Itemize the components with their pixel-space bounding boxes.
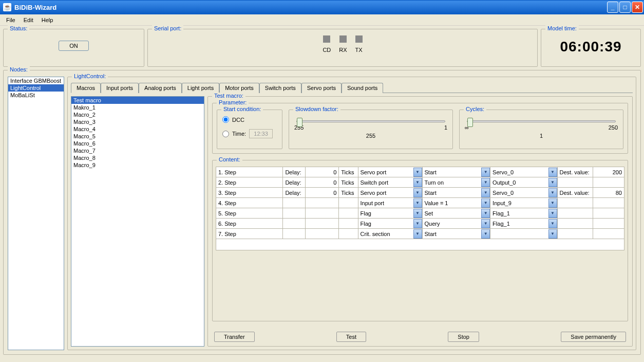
close-button[interactable]: ✕ (632, 2, 643, 13)
radio-dcc[interactable] (222, 116, 229, 123)
slowdown-thumb[interactable] (297, 118, 302, 127)
table-row: 5. StepFlag▼Set▼Flag_1▼ (216, 208, 624, 219)
chevron-down-icon[interactable]: ▼ (413, 198, 422, 208)
tab-analog-ports[interactable]: Analog ports (139, 83, 182, 93)
time-input[interactable] (249, 129, 273, 138)
macro-item[interactable]: Macro_8 (71, 154, 204, 161)
select-cell[interactable]: Switch port▼ (358, 177, 422, 187)
window-title: BiDiB-Wizard (14, 4, 607, 11)
minimize-button[interactable]: _ (607, 2, 618, 13)
select-cell[interactable]: Start▼ (423, 167, 490, 177)
macro-item[interactable]: Macro_2 (71, 111, 204, 118)
select-cell[interactable]: Flag▼ (358, 219, 422, 228)
node-list[interactable]: Interface GBMBoostLightControlMoBaLiSt (8, 77, 64, 350)
tx-led (355, 35, 363, 43)
select-cell[interactable]: Set▼ (423, 208, 490, 218)
chevron-down-icon[interactable]: ▼ (548, 178, 557, 187)
macro-item[interactable]: Makro_1 (71, 104, 204, 111)
select-cell[interactable]: Flag▼ (358, 208, 422, 218)
test-button[interactable]: Test (336, 332, 366, 342)
radio-time[interactable] (222, 131, 229, 137)
select-cell[interactable]: Start▼ (423, 188, 490, 197)
save-button[interactable]: Save permanently (561, 332, 626, 342)
dest-input[interactable] (593, 169, 624, 176)
slowdown-slider[interactable] (296, 120, 445, 122)
node-item[interactable]: Interface GBMBoost (8, 77, 64, 84)
serial-legend: Serial port: (152, 25, 183, 31)
select-cell[interactable]: ▼ (490, 229, 557, 239)
macro-item[interactable]: Macro_6 (71, 140, 204, 147)
detail-legend: Test macro: (212, 93, 245, 99)
chevron-down-icon[interactable]: ▼ (481, 209, 490, 218)
macro-item[interactable]: Macro_3 (71, 118, 204, 125)
tab-motor-ports[interactable]: Motor ports (219, 83, 259, 93)
delay-input[interactable] (306, 169, 338, 176)
macro-item[interactable]: Macro_9 (71, 161, 204, 169)
chevron-down-icon[interactable]: ▼ (413, 188, 422, 197)
stop-button[interactable]: Stop (448, 332, 479, 342)
chevron-down-icon[interactable]: ▼ (548, 188, 557, 197)
node-item[interactable]: MoBaLiSt (8, 92, 64, 99)
chevron-down-icon[interactable]: ▼ (548, 209, 557, 218)
delay-input[interactable] (306, 189, 338, 196)
serial-cd: CD (323, 35, 331, 53)
menu-file[interactable]: File (2, 16, 20, 24)
select-cell[interactable]: Crit. section▼ (358, 229, 422, 239)
maximize-button[interactable]: □ (619, 2, 631, 13)
select-cell[interactable]: Servo_0▼ (490, 188, 557, 197)
chevron-down-icon[interactable]: ▼ (548, 229, 557, 239)
select-cell[interactable]: Value = 1▼ (423, 198, 490, 208)
tab-input-ports[interactable]: Input ports (101, 83, 139, 93)
select-cell[interactable]: Input_9▼ (490, 198, 557, 208)
start-condition-fieldset: Start condition: DCC Time: (217, 110, 282, 149)
chevron-down-icon[interactable]: ▼ (481, 188, 490, 197)
tabs: MacrosInput portsAnalog portsLight ports… (71, 82, 633, 93)
tab-switch-ports[interactable]: Switch ports (259, 83, 301, 93)
tab-macros[interactable]: Macros (71, 83, 101, 93)
tab-sound-ports[interactable]: Sound ports (342, 83, 383, 93)
nodes-legend: Nodes: (8, 66, 30, 73)
select-cell[interactable]: Start▼ (423, 229, 490, 239)
transfer-button[interactable]: Transfer (214, 332, 255, 342)
tab-light-ports[interactable]: Light ports (182, 83, 219, 93)
macro-item[interactable]: Macro_5 (71, 133, 204, 140)
select-cell[interactable]: Flag_1▼ (490, 208, 557, 218)
step-cell: 7. Step (216, 229, 282, 239)
macro-item[interactable]: Test macro (71, 97, 204, 104)
select-cell[interactable]: Flag_1▼ (490, 219, 557, 228)
chevron-down-icon[interactable]: ▼ (413, 209, 422, 218)
chevron-down-icon[interactable]: ▼ (548, 168, 557, 177)
cycles-slider[interactable] (467, 120, 616, 122)
select-cell[interactable]: Servo port▼ (358, 188, 422, 197)
chevron-down-icon[interactable]: ▼ (481, 168, 490, 177)
chevron-down-icon[interactable]: ▼ (413, 219, 422, 228)
table-row: 7. StepCrit. section▼Start▼▼ (216, 229, 624, 239)
node-item[interactable]: LightControl (8, 84, 64, 92)
select-cell[interactable]: Servo_0▼ (490, 167, 557, 177)
chevron-down-icon[interactable]: ▼ (413, 168, 422, 177)
macro-list[interactable]: Test macroMakro_1Macro_2Macro_3Macro_4Ma… (71, 96, 204, 347)
select-cell[interactable]: Input port▼ (358, 198, 422, 208)
dest-input[interactable] (593, 189, 624, 196)
chevron-down-icon[interactable]: ▼ (481, 198, 490, 208)
delay-input[interactable] (306, 179, 338, 186)
tab-servo-ports[interactable]: Servo ports (301, 83, 342, 93)
select-cell[interactable]: Query▼ (423, 219, 490, 228)
select-cell[interactable]: Output_0▼ (490, 177, 557, 187)
select-cell[interactable]: Turn on▼ (423, 177, 490, 187)
cycles-thumb[interactable] (467, 118, 473, 127)
chevron-down-icon[interactable]: ▼ (548, 219, 557, 228)
chevron-down-icon[interactable]: ▼ (481, 219, 490, 228)
macro-item[interactable]: Macro_7 (71, 147, 204, 154)
chevron-down-icon[interactable]: ▼ (413, 178, 422, 187)
chevron-down-icon[interactable]: ▼ (481, 178, 490, 187)
menu-edit[interactable]: Edit (20, 16, 37, 24)
select-cell[interactable]: Servo port▼ (358, 167, 422, 177)
chevron-down-icon[interactable]: ▼ (413, 229, 422, 239)
table-row: 1. StepDelay:TicksServo port▼Start▼Servo… (216, 167, 624, 177)
chevron-down-icon[interactable]: ▼ (548, 198, 557, 208)
chevron-down-icon[interactable]: ▼ (481, 229, 490, 239)
menu-help[interactable]: Help (37, 16, 58, 24)
on-button[interactable]: ON (59, 41, 89, 51)
macro-item[interactable]: Macro_4 (71, 125, 204, 133)
